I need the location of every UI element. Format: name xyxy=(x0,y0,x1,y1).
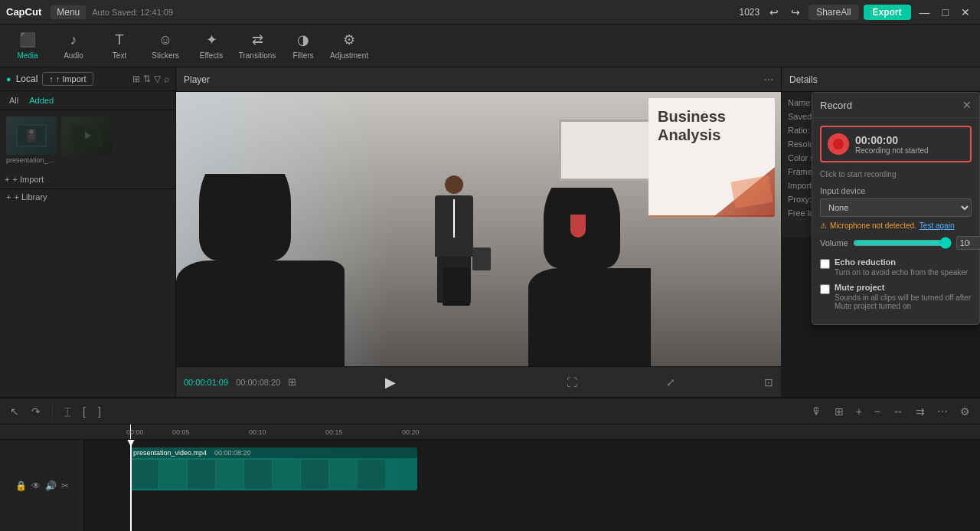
clip-label-row: presentation_video.mp4 00:00:08:20 xyxy=(130,447,417,458)
media-thumbnail[interactable] xyxy=(6,116,57,155)
player-controls: 00:00:01:09 00:00:08:20 ⊞ ▶ ⛶ ⤢ ⊡ xyxy=(176,366,781,397)
details-header: Details xyxy=(782,67,980,92)
record-dialog: Record ✕ 00:00:00 Recording not started … xyxy=(812,92,980,325)
mute-project-label[interactable]: Mute project xyxy=(835,283,972,292)
toolbar-audio[interactable]: ♪ Audio xyxy=(52,27,95,65)
filter-added[interactable]: Added xyxy=(26,94,57,107)
zoom-icon[interactable]: ⤢ xyxy=(666,376,675,388)
toolbar-adjustment[interactable]: ⚙ Adjustment xyxy=(328,27,371,65)
audio-label: Audio xyxy=(64,51,83,60)
import-icon: ↑ xyxy=(49,74,54,84)
clip-thumb-7 xyxy=(301,460,328,489)
tl-settings-tool[interactable]: ⚙ xyxy=(956,404,974,419)
tl-speed-tool[interactable]: ⇉ xyxy=(912,404,929,419)
toolbar-filters[interactable]: ◑ Filters xyxy=(282,27,325,65)
tl-trim-right-tool[interactable]: ] xyxy=(94,404,105,419)
toolbar-media[interactable]: ⬛ Media xyxy=(6,27,49,65)
grid-icon[interactable]: ⊞ xyxy=(288,376,296,388)
import-large-button[interactable]: + + Import xyxy=(0,170,175,188)
media-label: Media xyxy=(17,51,38,60)
tl-more-tool[interactable]: ⋯ xyxy=(933,404,952,419)
player-header-icons: ⋯ xyxy=(764,74,773,85)
player-header: Player ⋯ xyxy=(176,67,781,92)
minimize-button[interactable]: — xyxy=(916,5,934,20)
tl-snap-tool[interactable]: ⊞ xyxy=(831,404,848,419)
timeline-ruler: 00:00 00:05 00:10 00:15 00:20 xyxy=(0,424,980,440)
close-button[interactable]: ✕ xyxy=(957,5,974,20)
filter-all[interactable]: All xyxy=(6,94,21,107)
tl-redo-tool[interactable]: ↷ xyxy=(28,404,44,419)
volume-input[interactable] xyxy=(956,236,980,250)
record-status-text: Recording not started xyxy=(855,146,929,155)
filter-icon[interactable]: ▽ xyxy=(154,74,161,84)
media-view-icons: ⊞ ⇅ ▽ ⌕ xyxy=(132,74,169,84)
expand-icon[interactable]: ⊡ xyxy=(764,376,773,388)
menu-button[interactable]: Menu xyxy=(51,5,86,19)
tl-mic-tool[interactable]: 🎙 xyxy=(808,404,826,419)
clip-thumb-5 xyxy=(244,460,272,489)
clip-label: presentation_video.mp4 xyxy=(133,449,207,457)
volume-slider[interactable] xyxy=(853,237,952,249)
echo-reduction-checkbox[interactable] xyxy=(820,259,830,269)
volume-row: Volume xyxy=(820,236,972,250)
autosave-status: Auto Saved: 12:41:09 xyxy=(92,8,733,17)
record-status-box[interactable]: 00:00:00 Recording not started xyxy=(820,126,972,162)
record-dialog-body: 00:00:00 Recording not started Click to … xyxy=(812,118,979,324)
record-close-button[interactable]: ✕ xyxy=(962,99,972,111)
video-container: Business Analysis xyxy=(176,92,781,366)
svg-rect-5 xyxy=(29,137,34,139)
input-device-label: Input device xyxy=(820,186,972,195)
stickers-icon: ☺ xyxy=(158,32,172,48)
search-icon[interactable]: ⌕ xyxy=(164,74,169,84)
track-speaker-icon[interactable]: 🔊 xyxy=(45,480,57,491)
record-info: 00:00:00 Recording not started xyxy=(855,134,929,155)
tl-zoom-out-tool[interactable]: − xyxy=(871,404,884,419)
toolbar-stickers[interactable]: ☺ Stickers xyxy=(144,27,187,65)
toolbar-effects[interactable]: ✦ Effects xyxy=(190,27,233,65)
mic-warning-text: Microphone not detected. xyxy=(830,221,916,230)
text-label: Text xyxy=(113,51,126,60)
adjustment-icon: ⚙ xyxy=(343,31,355,48)
transitions-icon: ⇄ xyxy=(252,31,263,48)
echo-reduction-row: Echo reduction Turn on to avoid echo fro… xyxy=(820,257,972,277)
toolbar-transitions[interactable]: ⇄ Transitions xyxy=(236,27,279,65)
tl-split-tool[interactable]: ⌶ xyxy=(60,404,74,419)
track-scissor-icon[interactable]: ✂ xyxy=(61,480,69,491)
grid-view-icon[interactable]: ⊞ xyxy=(132,74,140,84)
tl-cursor-tool[interactable]: ↖ xyxy=(6,404,23,419)
plus-icon: + xyxy=(5,175,9,184)
maximize-button[interactable]: □ xyxy=(939,5,952,20)
player-menu-icon[interactable]: ⋯ xyxy=(764,74,773,85)
library-button[interactable]: + + Library xyxy=(0,188,175,205)
stickers-label: Stickers xyxy=(152,51,179,60)
sort-icon[interactable]: ⇅ xyxy=(143,74,151,84)
record-dialog-header: Record ✕ xyxy=(812,93,979,118)
test-again-link[interactable]: Test again xyxy=(920,221,955,230)
export-button[interactable]: Export xyxy=(864,5,911,20)
import-button[interactable]: ↑ ↑ Import xyxy=(42,72,93,86)
video-clip[interactable]: presentation_video.mp4 00:00:08:20 xyxy=(130,447,417,490)
track-eye-icon[interactable]: 👁 xyxy=(31,480,41,491)
mute-project-checkbox[interactable] xyxy=(820,284,830,294)
volume-label: Volume xyxy=(820,238,848,247)
undo-button[interactable]: ↩ xyxy=(766,5,782,20)
fullscreen-icon[interactable]: ⛶ xyxy=(567,376,577,388)
record-time-display: 00:00:00 xyxy=(855,134,929,146)
media-thumbnail-2[interactable] xyxy=(61,116,112,155)
effects-label: Effects xyxy=(200,51,223,60)
echo-reduction-label[interactable]: Echo reduction xyxy=(835,257,968,267)
tl-fit-tool[interactable]: ↔ xyxy=(889,404,907,419)
toolbar-text[interactable]: T Text xyxy=(98,27,141,65)
share-button[interactable]: ShareAll xyxy=(808,5,858,20)
redo-button[interactable]: ↪ xyxy=(787,5,804,20)
echo-reduction-text: Echo reduction Turn on to avoid echo fro… xyxy=(835,257,968,277)
timeline-tracks: 🔒 👁 🔊 ✂ presentation_video.mp4 00:00:08:… xyxy=(0,440,980,531)
play-button[interactable]: ▶ xyxy=(385,374,396,391)
track-lock-icon[interactable]: 🔒 xyxy=(15,480,27,491)
mute-project-desc: Sounds in all clips will be turned off a… xyxy=(835,293,972,310)
tl-trim-left-tool[interactable]: [ xyxy=(79,404,90,419)
details-title: Details xyxy=(789,74,818,85)
record-hint: Click to start recording xyxy=(820,170,972,179)
tl-zoom-in-tool[interactable]: + xyxy=(852,404,866,419)
input-device-select[interactable]: None xyxy=(820,198,972,217)
